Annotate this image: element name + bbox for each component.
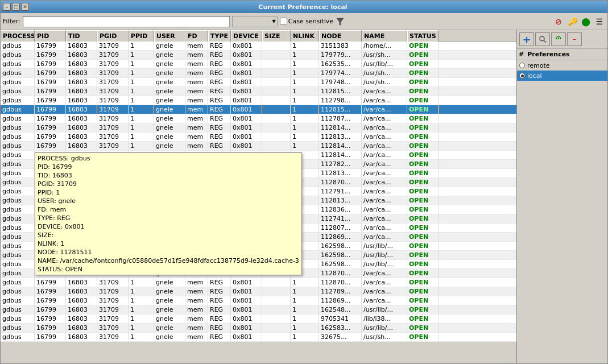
cell-node: 162598... (319, 242, 362, 250)
tooltip-field: NODE: 11281511 (38, 248, 299, 257)
header-fd[interactable]: FD (185, 30, 208, 42)
cell-name: /var/ca... (362, 151, 407, 159)
cell-type: REG (208, 87, 231, 96)
header-pgid[interactable]: PGID (97, 30, 129, 42)
cell-status: OPEN (407, 315, 439, 323)
cell-fd: mem (185, 69, 208, 77)
tooltip-field: PROCESS: gdbus (38, 154, 299, 163)
tooltip-field: PGID: 31709 (38, 180, 299, 188)
table-row[interactable]: gdbus1679916803317091gnelememREG0x801111… (1, 96, 516, 105)
table-row[interactable]: gdbus1679916803317091gnelememREG0x801116… (1, 324, 516, 333)
preference-item-remote[interactable]: remote (517, 60, 607, 71)
table-row[interactable]: gdbus1679916803317091gnelememREG0x801111… (1, 123, 516, 133)
filter-dropdown[interactable]: ▼ (232, 16, 278, 27)
table-row[interactable]: gdbus1679916803317091gnelememREG0x801132… (1, 333, 516, 342)
table-row[interactable]: gdbus1679916803317091gnelememREG0x801131… (1, 42, 516, 51)
table-row[interactable]: gdbus1679916803317091gnelememREG0x801116… (1, 305, 516, 315)
reload-icon[interactable]: 🔑 (566, 16, 578, 27)
table-row[interactable]: gdbus1679916803317091gnelememREG0x801117… (1, 69, 516, 78)
cell-fd: mem (185, 333, 208, 341)
scrollbar-placeholder (439, 30, 447, 41)
header-nlink[interactable]: NLINK (291, 30, 319, 42)
cell-process: gdbus (1, 114, 35, 123)
header-type[interactable]: TYPE (208, 30, 231, 42)
cell-pgid: 31709 (97, 333, 129, 341)
cell-device: 0x801 (231, 42, 262, 50)
search-preference-button[interactable] (535, 32, 550, 46)
cell-node: 112870... (319, 178, 362, 187)
table-row[interactable]: gdbus1679916803317091gnelememREG0x801111… (1, 278, 516, 287)
menu-icon[interactable]: ☰ (594, 16, 605, 27)
cell-name: /home/... (362, 42, 407, 50)
header-name[interactable]: NAME (362, 30, 407, 42)
cell-device: 0x801 (231, 324, 262, 332)
header-ppid[interactable]: PPID (129, 30, 154, 42)
cell-pid: 16799 (35, 296, 66, 305)
remove-preference-button[interactable]: – (567, 32, 582, 46)
cell-pid: 16799 (35, 315, 66, 323)
case-sensitive-check[interactable] (280, 18, 287, 25)
table-row[interactable]: gdbus1679916803317091gnelememREG0x801111… (1, 105, 516, 114)
filter-input[interactable] (23, 16, 230, 27)
minimize-button[interactable]: – (3, 3, 11, 11)
cell-nlink: 1 (291, 142, 319, 150)
svg-point-1 (540, 36, 544, 41)
cell-status: OPEN (407, 142, 439, 150)
filter-label: Filter: (3, 18, 20, 25)
cell-node: 112814... (319, 142, 362, 150)
cell-ppid: 1 (129, 123, 154, 132)
table-row[interactable]: gdbus1679916803317091gnelememREG0x801111… (1, 296, 516, 305)
tooltip-field: SIZE: (38, 231, 299, 239)
cell-ppid: 1 (129, 305, 154, 314)
header-user[interactable]: USER (154, 30, 185, 42)
header-size[interactable]: SIZE (262, 30, 291, 42)
cell-process: gdbus (1, 305, 35, 314)
cell-user: gnele (154, 324, 185, 332)
stop-icon[interactable]: ⊘ (553, 16, 564, 27)
table-row[interactable]: gdbus1679916803317091gnelememREG0x801111… (1, 142, 516, 151)
go-icon[interactable]: ⬤ (580, 16, 592, 27)
cell-type: REG (208, 324, 231, 332)
header-status[interactable]: STATUS (407, 30, 439, 42)
cell-status: OPEN (407, 224, 439, 232)
table-row[interactable]: gdbus1679916803317091gnelememREG0x801111… (1, 287, 516, 296)
cell-device: 0x801 (231, 278, 262, 287)
cell-size (262, 78, 291, 86)
cell-status: OPEN (407, 60, 439, 68)
cell-type: REG (208, 287, 231, 296)
cell-tid: 16803 (66, 278, 97, 287)
table-row[interactable]: gdbus1679916803317091gnelememREG0x801197… (1, 315, 516, 324)
cell-name: /var/ca... (362, 96, 407, 105)
cell-name: /usr/sh... (362, 333, 407, 341)
cell-fd: mem (185, 78, 208, 86)
header-node[interactable]: NODE (319, 30, 362, 42)
cell-pgid: 31709 (97, 42, 129, 50)
cell-process: gdbus (1, 133, 35, 141)
maximize-button[interactable]: □ (12, 3, 20, 11)
connect-preference-button[interactable] (551, 32, 566, 46)
table-row[interactable]: gdbus1679916803317091gnelememREG0x801111… (1, 133, 516, 142)
table-header: PROCESSPIDTIDPGIDPPIDUSERFDTYPEDEVICESIZ… (1, 30, 516, 42)
cell-nlink: 1 (291, 324, 319, 332)
cell-name: /var/ca... (362, 160, 407, 168)
table-row[interactable]: gdbus1679916803317091gnelememREG0x801111… (1, 87, 516, 96)
cell-name: /var/ca... (362, 187, 407, 196)
header-pid[interactable]: PID (35, 30, 66, 42)
table-row[interactable]: gdbus1679916803317091gnelememREG0x801111… (1, 114, 516, 123)
add-preference-button[interactable]: + (519, 32, 534, 46)
cell-status: OPEN (407, 305, 439, 314)
cell-user: gnele (154, 305, 185, 314)
table-row[interactable]: gdbus1679916803317091gnelememREG0x801117… (1, 78, 516, 87)
header-device[interactable]: DEVICE (231, 30, 262, 42)
header-process[interactable]: PROCESS (1, 30, 35, 42)
cell-tid: 16803 (66, 78, 97, 86)
header-tid[interactable]: TID (66, 30, 97, 42)
cell-pgid: 31709 (97, 278, 129, 287)
preference-item-local[interactable]: local (517, 71, 607, 81)
table-row[interactable]: gdbus1679916803317091gnelememREG0x801117… (1, 51, 516, 60)
table-row[interactable]: gdbus1679916803317091gnelememREG0x801116… (1, 60, 516, 69)
close-button[interactable]: ✕ (21, 3, 29, 11)
cell-size (262, 114, 291, 123)
cell-tid: 16803 (66, 296, 97, 305)
case-sensitive-checkbox[interactable]: Case sensitive (280, 18, 333, 25)
